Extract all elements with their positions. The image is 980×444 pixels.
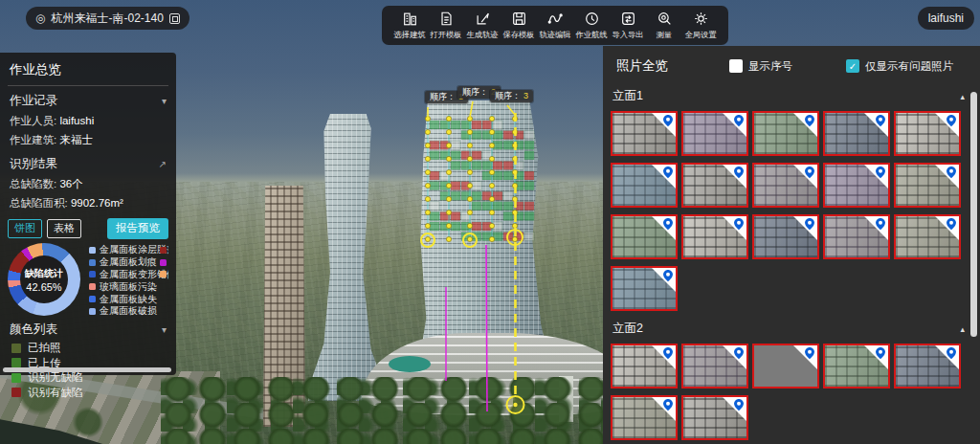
color-list-item: 识别有缺陷 bbox=[11, 385, 168, 400]
photo-thumb[interactable] bbox=[823, 163, 890, 208]
photo-thumb[interactable] bbox=[681, 344, 748, 388]
show-index-checkbox[interactable]: 显示序号 bbox=[729, 59, 792, 74]
photo-thumb[interactable] bbox=[681, 163, 748, 208]
target-icon: ◎ bbox=[35, 11, 45, 25]
photo-thumb[interactable] bbox=[752, 344, 819, 388]
location-pin-icon bbox=[661, 166, 675, 179]
user-badge[interactable]: laifushi bbox=[918, 7, 974, 30]
facade-2-photo-grid bbox=[611, 344, 970, 440]
legend-item: 金属面板涂层脱落 bbox=[89, 244, 168, 256]
job-operator-row: 作业人员: laifushi bbox=[8, 111, 168, 130]
location-pin-icon bbox=[732, 166, 746, 179]
edit-track-button[interactable]: 轨迹编辑 bbox=[537, 11, 573, 41]
defect-pie-block: 缺陷统计 42.65% 金属面板涂层脱落 金属面板划痕 金属面板变形错位 玻璃面… bbox=[8, 243, 168, 318]
location-pin-icon bbox=[732, 217, 746, 231]
location-chip[interactable]: ◎ 杭州来福士-南-02-140 bbox=[26, 7, 189, 30]
legend-item-clipped bbox=[160, 269, 168, 281]
expand-diagonal-icon[interactable]: ↗ bbox=[159, 159, 167, 169]
photo-thumb[interactable] bbox=[823, 344, 890, 388]
location-chip-label: 杭州来福士-南-02-140 bbox=[51, 11, 163, 27]
photo-thumb[interactable] bbox=[611, 344, 678, 388]
donut-center-label: 缺陷统计 42.65% bbox=[8, 243, 80, 316]
photo-overview-panel: 照片全览 显示序号 ✓ 仅显示有问题照片 立面1 ▴ 立面2 ▴ bbox=[603, 46, 980, 444]
photo-thumb[interactable] bbox=[752, 163, 819, 208]
location-pin-icon bbox=[803, 166, 816, 179]
color-list-item: 识别无缺陷 bbox=[11, 370, 168, 386]
photo-thumb[interactable] bbox=[894, 111, 961, 156]
photo-thumb[interactable] bbox=[611, 266, 678, 311]
legend-item: 金属面板缺失 bbox=[89, 293, 168, 305]
color-list-title: 颜色列表 bbox=[10, 322, 57, 338]
photo-thumb[interactable] bbox=[894, 163, 961, 208]
legend-item-clipped bbox=[160, 256, 168, 269]
location-pin-icon bbox=[661, 346, 675, 360]
facade-2-section-header[interactable]: 立面2 ▴ bbox=[611, 317, 970, 344]
facade-1-section-header[interactable]: 立面1 ▴ bbox=[611, 84, 970, 111]
photo-thumb[interactable] bbox=[681, 111, 748, 156]
job-overview-panel: 作业总览 作业记录 ▾ 作业人员: laifushi 作业建筑: 来福士 识别结… bbox=[0, 53, 176, 375]
location-pin-icon bbox=[661, 114, 675, 127]
green-roof bbox=[389, 356, 431, 372]
import-export-button[interactable]: 导入导出 bbox=[610, 11, 646, 41]
photo-thumb[interactable] bbox=[611, 395, 678, 440]
chevron-up-icon: ▴ bbox=[960, 92, 965, 101]
location-pin-icon bbox=[874, 166, 887, 179]
location-pin-icon bbox=[945, 346, 958, 360]
generate-track-button[interactable]: 生成轨迹 bbox=[464, 11, 501, 41]
save-template-button[interactable]: 保存模板 bbox=[501, 11, 537, 41]
document-icon bbox=[438, 11, 455, 27]
app-root: 顺序：1 顺序：2 顺序：3 ◎ 杭州来福士-南-02-140 laifushi… bbox=[0, 0, 980, 444]
panel-title: 作业总览 bbox=[8, 58, 168, 86]
chevron-down-icon[interactable]: ▾ bbox=[162, 96, 167, 106]
legend-item-clipped bbox=[160, 244, 168, 256]
photo-thumb[interactable] bbox=[611, 214, 678, 259]
global-settings-button[interactable]: 全局设置 bbox=[682, 11, 719, 41]
facade-1-photo-grid bbox=[611, 111, 970, 311]
photo-thumb[interactable] bbox=[681, 395, 748, 440]
checkbox-checked-icon[interactable]: ✓ bbox=[846, 59, 859, 73]
location-pin-icon bbox=[945, 166, 958, 179]
legend-item: 玻璃面板污染 bbox=[89, 280, 168, 293]
location-pin-icon bbox=[732, 346, 746, 360]
vertical-scrollbar[interactable] bbox=[970, 92, 977, 337]
location-pin-icon bbox=[803, 217, 816, 231]
report-preview-button[interactable]: 报告预览 bbox=[107, 218, 168, 239]
photo-thumb[interactable] bbox=[752, 111, 819, 156]
open-template-button[interactable]: 打开模板 bbox=[428, 11, 464, 41]
horizontal-scrollbar[interactable] bbox=[3, 367, 171, 372]
photo-thumb[interactable] bbox=[823, 214, 890, 259]
defect-donut: 缺陷统计 42.65% bbox=[8, 243, 80, 316]
save-icon bbox=[511, 11, 527, 27]
location-pin-icon bbox=[874, 114, 887, 127]
job-building-row: 作业建筑: 来福士 bbox=[8, 130, 168, 149]
photo-thumb[interactable] bbox=[611, 111, 678, 156]
location-pin-icon bbox=[661, 269, 675, 282]
select-building-button[interactable]: 选择建筑 bbox=[391, 11, 428, 41]
only-problem-photos-checkbox[interactable]: ✓ 仅显示有问题照片 bbox=[846, 59, 953, 74]
photo-thumb[interactable] bbox=[611, 163, 678, 208]
job-route-button[interactable]: 作业航线 bbox=[573, 11, 610, 41]
photo-thumb[interactable] bbox=[894, 344, 961, 388]
photo-panel-title: 照片全览 bbox=[616, 57, 668, 75]
measure-button[interactable]: 测量 bbox=[646, 11, 682, 41]
location-pin-icon bbox=[803, 346, 816, 360]
photo-thumb[interactable] bbox=[823, 111, 890, 156]
pie-legend: 金属面板涂层脱落 金属面板划痕 金属面板变形错位 玻璃面板污染 金属面板缺失 金… bbox=[80, 244, 168, 318]
chevron-up-icon: ▴ bbox=[960, 324, 965, 334]
photo-thumb[interactable] bbox=[894, 214, 961, 259]
location-pin-icon bbox=[661, 217, 675, 231]
tab-pie-chart[interactable]: 饼图 bbox=[8, 219, 42, 238]
park-trees bbox=[161, 377, 658, 444]
draw-path-icon bbox=[475, 11, 491, 27]
record-section-title: 作业记录 bbox=[10, 93, 57, 109]
checkbox-unchecked-icon[interactable] bbox=[729, 59, 743, 73]
photo-thumb[interactable] bbox=[752, 214, 819, 259]
photo-thumb[interactable] bbox=[681, 214, 748, 259]
magnifier-icon bbox=[657, 11, 673, 27]
location-pin-icon bbox=[945, 217, 958, 231]
defect-count-row: 总缺陷数: 36个 bbox=[8, 174, 168, 193]
switch-view-icon[interactable] bbox=[169, 13, 180, 24]
tab-table[interactable]: 表格 bbox=[47, 219, 81, 238]
chevron-down-icon[interactable]: ▾ bbox=[162, 324, 167, 335]
location-pin-icon bbox=[732, 398, 746, 411]
